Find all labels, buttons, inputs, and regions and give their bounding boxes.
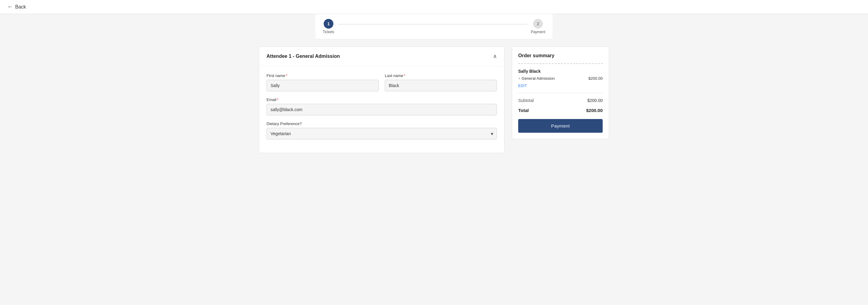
form-card-header: Attendee 1 - General Admission ∧ bbox=[259, 47, 504, 66]
form-card-body: First name* Last name* Email* bbox=[259, 66, 504, 153]
ticket-x-icon: × bbox=[518, 76, 520, 81]
dashed-divider bbox=[518, 63, 603, 64]
order-attendee-name: Sally Black bbox=[518, 69, 603, 74]
email-row: Email* bbox=[267, 98, 497, 115]
subtotal-label: Subtotal bbox=[518, 98, 534, 103]
first-name-input[interactable] bbox=[267, 80, 379, 91]
total-label: Total bbox=[518, 108, 529, 113]
step-2-label: Payment bbox=[531, 30, 545, 34]
email-label: Email* bbox=[267, 98, 497, 102]
dietary-row: Dietary Preference? Vegetarian Vegan Glu… bbox=[267, 121, 497, 139]
form-card-title: Attendee 1 - General Admission bbox=[267, 54, 340, 59]
back-label[interactable]: Back bbox=[15, 4, 26, 10]
collapse-icon[interactable]: ∧ bbox=[493, 53, 497, 60]
dietary-label: Dietary Preference? bbox=[267, 121, 497, 126]
step-payment: 2 Payment bbox=[531, 19, 545, 34]
ticket-name: General Admission bbox=[522, 76, 555, 81]
order-summary-card: Order summary Sally Black × General Admi… bbox=[512, 47, 609, 139]
step-line bbox=[338, 24, 527, 24]
top-bar: ← Back bbox=[0, 0, 868, 14]
last-name-group: Last name* bbox=[385, 73, 497, 91]
subtotal-row: Subtotal $200.00 bbox=[518, 98, 603, 103]
total-value: $200.00 bbox=[586, 108, 603, 113]
dietary-select-wrapper: Vegetarian Vegan Gluten-free None ▾ bbox=[267, 128, 497, 139]
order-summary-title: Order summary bbox=[518, 53, 603, 58]
email-required: * bbox=[277, 98, 279, 102]
edit-link[interactable]: EDIT bbox=[518, 84, 527, 88]
first-name-group: First name* bbox=[267, 73, 379, 91]
dietary-select[interactable]: Vegetarian Vegan Gluten-free None bbox=[267, 128, 497, 139]
last-name-required: * bbox=[404, 73, 405, 78]
step-1-circle: 1 bbox=[324, 19, 333, 29]
step-2-circle: 2 bbox=[533, 19, 543, 29]
step-1-label: Tickets bbox=[323, 30, 334, 34]
name-row: First name* Last name* bbox=[267, 73, 497, 91]
ticket-row: × General Admission $200.00 bbox=[518, 76, 603, 81]
email-group: Email* bbox=[267, 98, 497, 115]
step-tickets: 1 Tickets bbox=[323, 19, 334, 34]
first-name-required: * bbox=[286, 73, 287, 78]
main-content: Attendee 1 - General Admission ∧ First n… bbox=[252, 47, 616, 153]
subtotal-value: $200.00 bbox=[587, 98, 603, 103]
first-name-label: First name* bbox=[267, 73, 379, 78]
ticket-name-group: × General Admission bbox=[518, 76, 555, 81]
back-arrow-icon[interactable]: ← bbox=[7, 4, 13, 10]
email-input[interactable] bbox=[267, 104, 497, 115]
total-row: Total $200.00 bbox=[518, 108, 603, 113]
payment-button[interactable]: Payment bbox=[518, 119, 603, 133]
last-name-label: Last name* bbox=[385, 73, 497, 78]
last-name-input[interactable] bbox=[385, 80, 497, 91]
attendee-form-card: Attendee 1 - General Admission ∧ First n… bbox=[259, 47, 504, 153]
steps-container: 1 Tickets 2 Payment bbox=[315, 14, 553, 39]
dietary-group: Dietary Preference? Vegetarian Vegan Glu… bbox=[267, 121, 497, 139]
ticket-price: $200.00 bbox=[588, 76, 603, 81]
solid-divider bbox=[518, 93, 603, 93]
